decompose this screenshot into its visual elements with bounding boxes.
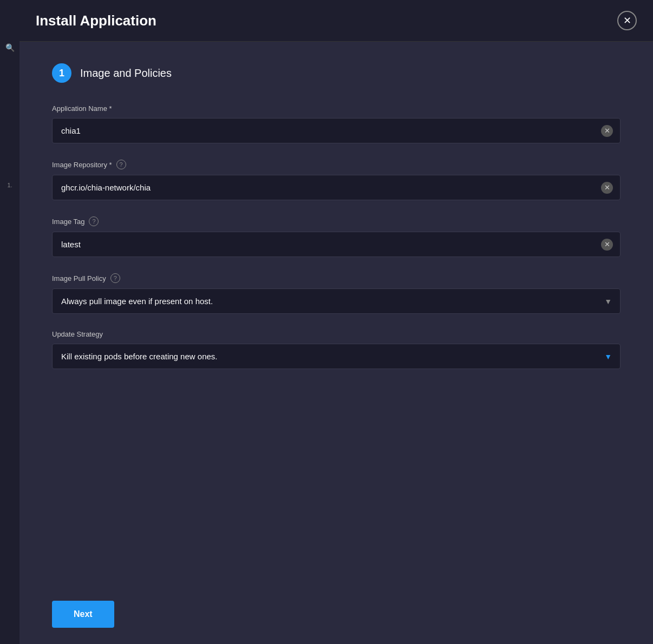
- modal-overlay: Install Application ✕ 1 Image and Polici…: [19, 0, 653, 644]
- image-repo-help-icon[interactable]: ?: [116, 160, 126, 169]
- next-button[interactable]: Next: [52, 601, 114, 628]
- image-pull-policy-select-wrapper: Always pull image even if present on hos…: [52, 288, 621, 314]
- sidebar: 🔍 1.: [0, 0, 19, 644]
- step-header: 1 Image and Policies: [52, 63, 621, 83]
- image-pull-policy-select[interactable]: Always pull image even if present on hos…: [52, 288, 621, 314]
- image-repo-label: Image Repository * ?: [52, 160, 621, 169]
- image-tag-input-wrapper: ✕: [52, 232, 621, 257]
- update-strategy-select[interactable]: Kill existing pods before creating new o…: [52, 344, 621, 369]
- app-name-group: Application Name * ✕: [52, 104, 621, 143]
- step-title: Image and Policies: [80, 67, 172, 80]
- image-pull-policy-label: Image Pull Policy ?: [52, 273, 621, 283]
- image-tag-clear-button[interactable]: ✕: [601, 239, 613, 251]
- app-name-input-wrapper: ✕: [52, 118, 621, 143]
- modal-body: 1 Image and Policies Application Name * …: [19, 42, 653, 584]
- search-icon[interactable]: 🔍: [5, 43, 15, 52]
- image-repo-input-wrapper: ✕: [52, 175, 621, 200]
- image-repo-input[interactable]: [52, 175, 621, 200]
- modal-footer: Next: [19, 584, 653, 644]
- close-button[interactable]: ✕: [617, 11, 637, 30]
- step-badge: 1: [52, 63, 71, 83]
- image-tag-help-icon[interactable]: ?: [89, 216, 99, 226]
- image-repo-clear-button[interactable]: ✕: [601, 182, 613, 194]
- update-strategy-label: Update Strategy: [52, 330, 621, 338]
- app-name-label: Application Name *: [52, 104, 621, 113]
- image-tag-input[interactable]: [52, 232, 621, 257]
- modal-title: Install Application: [36, 12, 156, 29]
- app-name-clear-button[interactable]: ✕: [601, 125, 613, 137]
- update-strategy-select-wrapper: Kill existing pods before creating new o…: [52, 344, 621, 369]
- modal-header: Install Application ✕: [19, 0, 653, 42]
- image-pull-policy-group: Image Pull Policy ? Always pull image ev…: [52, 273, 621, 314]
- image-tag-group: Image Tag ? ✕: [52, 216, 621, 257]
- image-pull-policy-help-icon[interactable]: ?: [110, 273, 120, 283]
- update-strategy-group: Update Strategy Kill existing pods befor…: [52, 330, 621, 369]
- sidebar-number: 1.: [7, 182, 12, 188]
- image-tag-label: Image Tag ?: [52, 216, 621, 226]
- image-repo-group: Image Repository * ? ✕: [52, 160, 621, 200]
- app-name-input[interactable]: [52, 118, 621, 143]
- modal: Install Application ✕ 1 Image and Polici…: [19, 0, 653, 644]
